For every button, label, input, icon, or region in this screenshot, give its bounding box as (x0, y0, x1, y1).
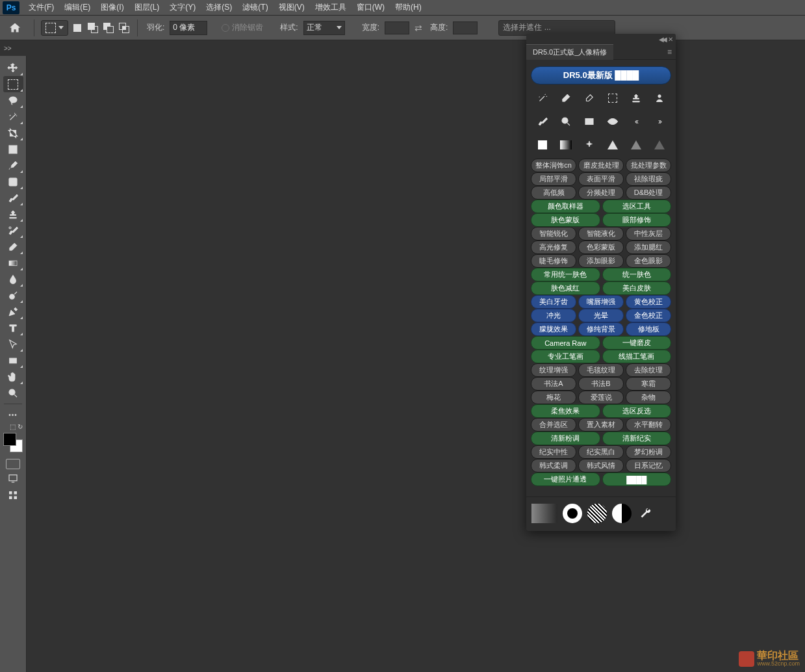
action-button[interactable]: 嘴唇增强 (578, 295, 624, 309)
new-selection[interactable] (71, 21, 84, 34)
triangle2-icon[interactable] (629, 138, 643, 152)
action-button[interactable]: 修纯背景 (578, 322, 624, 336)
action-button[interactable]: 一键照片通透 (531, 472, 600, 486)
menu-help[interactable]: 帮助(H) (390, 0, 427, 16)
eraser-icon[interactable] (559, 91, 573, 105)
footer-half-icon[interactable] (612, 504, 632, 523)
dodge-tool[interactable] (3, 287, 23, 304)
eraser-tool[interactable] (3, 239, 23, 255)
action-button[interactable]: 局部平滑 (531, 172, 576, 186)
action-button[interactable]: 肤色蒙版 (531, 213, 600, 227)
swap-icon[interactable]: ⇄ (412, 23, 425, 33)
action-button[interactable]: 纪实黑白 (578, 445, 624, 459)
action-button[interactable]: 寒霜 (626, 377, 671, 391)
menu-image[interactable]: 图像(I) (96, 0, 129, 16)
action-button[interactable]: 眼部修饰 (602, 213, 672, 227)
action-button[interactable]: 常用统一肤色 (531, 268, 600, 281)
clone-stamp-tool[interactable] (3, 206, 23, 222)
home-button[interactable] (3, 18, 27, 38)
action-button[interactable]: 分频处理 (578, 186, 624, 200)
panel-tab-title[interactable]: DR5.0正式版_人像精修 (526, 44, 613, 60)
action-button[interactable]: 韩式风情 (578, 459, 624, 472)
action-button[interactable]: 颜色取样器 (531, 200, 600, 213)
prev-icon[interactable]: ‹‹ (629, 114, 643, 129)
menu-layer[interactable]: 图层(L) (129, 0, 165, 16)
split-icon[interactable] (582, 114, 596, 129)
action-button[interactable]: 添加眼影 (578, 254, 624, 268)
action-button[interactable]: 去除纹理 (626, 363, 671, 377)
brush-icon[interactable] (535, 114, 550, 129)
screen-mode-icon[interactable] (6, 472, 19, 485)
color-swatches[interactable] (2, 432, 24, 454)
sparkle-icon[interactable] (582, 138, 596, 152)
action-button[interactable]: 美白皮肤 (602, 281, 672, 295)
action-button[interactable]: 统一肤色 (602, 268, 672, 281)
action-button[interactable]: 一键磨皮 (602, 336, 672, 350)
intersect-selection[interactable] (118, 21, 131, 34)
action-button[interactable]: 表面平滑 (578, 172, 624, 186)
eyedropper-tool[interactable] (3, 157, 23, 174)
collapse-panel-icon[interactable]: ◀◀ (659, 36, 665, 43)
action-button[interactable]: D&B处理 (626, 186, 671, 200)
add-to-selection[interactable] (86, 21, 99, 34)
action-button[interactable]: 杂物 (626, 391, 671, 404)
action-button[interactable]: 置入素材 (578, 418, 624, 432)
zoom-tool[interactable] (3, 385, 23, 401)
action-button[interactable]: 合并选区 (531, 418, 576, 432)
action-button[interactable]: 清新粉调 (531, 432, 600, 445)
marquee-dashed-icon[interactable] (606, 91, 620, 105)
feather-input[interactable] (170, 21, 207, 35)
subtract-from-selection[interactable] (102, 21, 115, 34)
magic-wand-tool[interactable] (3, 109, 23, 125)
action-button[interactable]: 色彩蒙版 (578, 240, 624, 254)
next-icon[interactable]: ›› (652, 114, 667, 129)
triangle3-icon[interactable] (652, 138, 667, 152)
action-button[interactable]: 梅花 (531, 391, 576, 404)
action-button[interactable]: 毛毯纹理 (578, 363, 624, 377)
action-button[interactable]: 智能锐化 (531, 227, 576, 240)
action-button[interactable]: 纪实中性 (531, 445, 576, 459)
action-button[interactable]: 金色校正 (626, 309, 671, 322)
quick-mask-toggle[interactable] (6, 459, 20, 469)
action-button[interactable]: 爱莲说 (578, 391, 624, 404)
type-tool[interactable] (3, 320, 23, 336)
action-button[interactable]: 专业工笔画 (531, 350, 600, 363)
select-and-mask-button[interactable]: 选择并遮住 ... (498, 20, 615, 36)
footer-settings-icon[interactable] (637, 505, 654, 522)
version-button[interactable]: DR5.0最新版 ████ (531, 66, 671, 84)
extras-icon[interactable] (6, 489, 19, 502)
brush-tool[interactable] (3, 190, 23, 206)
action-button[interactable]: 韩式柔调 (531, 459, 576, 472)
swap-colors-icon[interactable]: ⬚ ↻ (2, 423, 24, 430)
action-button[interactable]: 睫毛修饰 (531, 254, 576, 268)
action-button[interactable]: 日系记忆 (626, 459, 671, 472)
close-panel-icon[interactable]: ✕ (668, 36, 673, 43)
menu-file[interactable]: 文件(F) (23, 0, 59, 16)
action-button[interactable]: 金色眼影 (626, 254, 671, 268)
action-button[interactable]: 肤色减红 (531, 281, 600, 295)
pen-tool[interactable] (3, 304, 23, 320)
action-button[interactable]: 美白牙齿 (531, 295, 576, 309)
action-button[interactable]: Camera Raw (531, 336, 600, 350)
action-button[interactable]: 纹理增强 (531, 363, 576, 377)
action-button[interactable]: 梦幻粉调 (626, 445, 671, 459)
action-button[interactable]: 选区反选 (602, 404, 672, 418)
action-button[interactable]: 磨皮批处理 (578, 159, 624, 172)
footer-gradient-icon[interactable] (531, 504, 557, 523)
action-button[interactable]: 修地板 (626, 322, 671, 336)
action-button[interactable]: 书法A (531, 377, 576, 391)
menu-type[interactable]: 文字(Y) (164, 0, 201, 16)
gradient-tool[interactable] (3, 255, 23, 271)
action-button[interactable]: 朦胧效果 (531, 322, 576, 336)
action-button[interactable]: 智能液化 (578, 227, 624, 240)
person-stamp-icon[interactable] (652, 91, 667, 105)
stamp-icon[interactable] (629, 91, 643, 105)
action-button[interactable]: 清新纪实 (602, 432, 672, 445)
blur-tool[interactable] (3, 271, 23, 287)
marquee-tool[interactable] (3, 76, 23, 92)
action-button[interactable]: 中性灰层 (626, 227, 671, 240)
path-select-tool[interactable] (3, 336, 23, 352)
menu-filter[interactable]: 滤镜(T) (237, 0, 273, 16)
footer-hatch-icon[interactable] (587, 504, 607, 523)
canvas-area[interactable] (27, 56, 805, 672)
